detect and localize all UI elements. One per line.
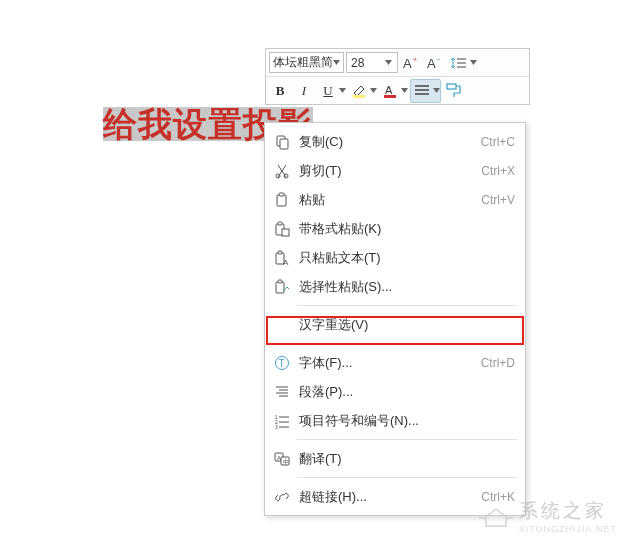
chevron-down-icon [470, 60, 477, 65]
menu-label: 超链接(H)... [299, 488, 475, 506]
svg-rect-20 [276, 282, 284, 293]
font-size-value: 28 [347, 56, 385, 70]
svg-text:T: T [279, 358, 285, 369]
increase-font-button[interactable]: A+ [400, 52, 422, 74]
font-name-select[interactable]: 体坛粗黑简 [269, 52, 344, 73]
svg-text:A: A [385, 84, 393, 96]
svg-rect-9 [280, 139, 288, 149]
menu-paragraph[interactable]: 段落(P)... [265, 377, 525, 406]
paragraph-icon [271, 382, 293, 402]
svg-rect-13 [279, 193, 284, 196]
menu-shortcut: Ctrl+V [481, 193, 515, 207]
svg-text:A: A [403, 56, 412, 71]
chevron-down-icon [339, 88, 346, 93]
menu-label: 汉字重选(V) [299, 316, 509, 334]
svg-text:A: A [277, 455, 281, 461]
line-spacing-button[interactable] [448, 52, 477, 74]
menu-separator [297, 305, 517, 306]
font-name-value: 体坛粗黑简 [273, 54, 333, 71]
format-painter-button[interactable] [443, 80, 465, 102]
menu-label: 选择性粘贴(S)... [299, 278, 509, 296]
highlight-button[interactable] [348, 80, 377, 102]
svg-text:A: A [427, 56, 436, 71]
svg-rect-4 [353, 95, 365, 98]
svg-rect-6 [384, 95, 396, 98]
menu-label: 剪切(T) [299, 162, 475, 180]
chevron-down-icon [385, 60, 397, 65]
svg-rect-15 [278, 222, 282, 225]
paste-text-icon: A [271, 248, 293, 268]
copy-icon [271, 132, 293, 152]
watermark-text: 系统之家 [519, 500, 607, 521]
menu-font[interactable]: T 字体(F)... Ctrl+D [265, 348, 525, 377]
chevron-down-icon [370, 88, 377, 93]
font-icon: T [271, 353, 293, 373]
blank-icon [271, 315, 293, 335]
context-menu: 复制(C) Ctrl+C 剪切(T) Ctrl+X 粘贴 Ctrl+V 带格式粘… [264, 122, 526, 516]
bold-button[interactable]: B [269, 80, 291, 102]
menu-shortcut: Ctrl+X [481, 164, 515, 178]
watermark: 系统之家 XITONGZHIJIA.NET [479, 498, 617, 534]
svg-rect-21 [278, 280, 282, 283]
menu-reconvert[interactable]: 汉字重选(V) [265, 310, 525, 339]
menu-separator [297, 343, 517, 344]
underline-button[interactable]: U [317, 80, 346, 102]
svg-text:A: A [283, 258, 289, 266]
chevron-down-icon [401, 88, 408, 93]
menu-translate[interactable]: A中 翻译(T) [265, 444, 525, 473]
paste-icon [271, 190, 293, 210]
menu-label: 粘贴 [299, 191, 475, 209]
mini-toolbar-row1: 体坛粗黑简 28 A+ A- [266, 49, 529, 76]
menu-separator [297, 439, 517, 440]
menu-paste[interactable]: 粘贴 Ctrl+V [265, 185, 525, 214]
align-button[interactable] [410, 79, 441, 103]
menu-shortcut: Ctrl+D [481, 356, 515, 370]
mini-toolbar: 体坛粗黑简 28 A+ A- [265, 48, 530, 105]
font-color-button[interactable]: A [379, 80, 408, 102]
menu-cut[interactable]: 剪切(T) Ctrl+X [265, 156, 525, 185]
mini-toolbar-row2: B I U A [266, 76, 529, 104]
menu-paste-text[interactable]: A 只粘贴文本(T) [265, 243, 525, 272]
numbering-icon: 123 [271, 411, 293, 431]
menu-label: 带格式粘贴(K) [299, 220, 509, 238]
font-size-select[interactable]: 28 [346, 52, 398, 73]
decrease-font-button[interactable]: A- [424, 52, 446, 74]
svg-rect-12 [277, 195, 286, 206]
menu-label: 只粘贴文本(T) [299, 249, 509, 267]
paste-format-icon [271, 219, 293, 239]
paste-special-icon [271, 277, 293, 297]
menu-numbering[interactable]: 123 项目符号和编号(N)... [265, 406, 525, 435]
svg-text:-: - [437, 55, 440, 64]
svg-rect-18 [278, 251, 282, 254]
menu-paste-special[interactable]: 选择性粘贴(S)... [265, 272, 525, 301]
chevron-down-icon [333, 60, 340, 65]
menu-label: 字体(F)... [299, 354, 475, 372]
menu-label: 翻译(T) [299, 450, 509, 468]
chevron-down-icon [433, 88, 440, 93]
cut-icon [271, 161, 293, 181]
italic-button[interactable]: I [293, 80, 315, 102]
menu-separator [297, 477, 517, 478]
svg-rect-16 [282, 229, 289, 236]
menu-label: 复制(C) [299, 133, 475, 151]
menu-label: 项目符号和编号(N)... [299, 412, 509, 430]
svg-text:中: 中 [283, 459, 289, 465]
watermark-logo-icon [479, 503, 513, 529]
translate-icon: A中 [271, 449, 293, 469]
menu-label: 段落(P)... [299, 383, 509, 401]
menu-copy[interactable]: 复制(C) Ctrl+C [265, 127, 525, 156]
svg-text:3: 3 [275, 424, 278, 429]
menu-paste-format[interactable]: 带格式粘贴(K) [265, 214, 525, 243]
svg-rect-7 [447, 84, 456, 89]
svg-point-10 [276, 174, 280, 178]
svg-text:+: + [413, 56, 417, 63]
menu-shortcut: Ctrl+C [481, 135, 515, 149]
hyperlink-icon [271, 487, 293, 507]
watermark-url: XITONGZHIJIA.NET [519, 524, 617, 534]
svg-point-11 [284, 174, 288, 178]
